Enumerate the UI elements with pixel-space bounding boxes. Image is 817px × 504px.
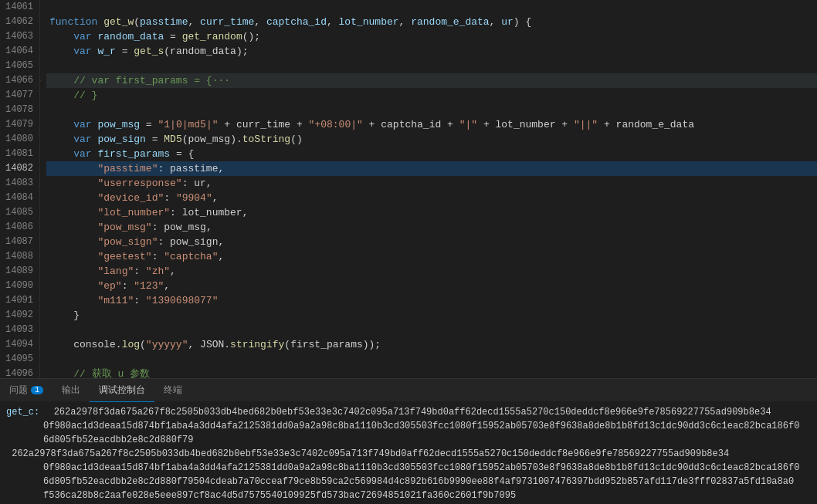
code-line-14081: var first_params = { [46,147,817,161]
code-line-14092: } [46,308,817,323]
line-num-14066: 14066 [3,73,33,88]
console-label-1: get_c: [6,405,45,419]
console-value-2: 262a2978f3da675a267f8c2505b033db4bed682b… [6,447,729,461]
code-line-14061 [46,0,817,15]
code-line-14088: "geetest": "captcha", [46,249,817,264]
line-num-14078: 14078 [3,103,33,117]
line-num-14065: 14065 [3,59,33,73]
line-num-14088: 14088 [3,249,33,264]
line-num-14084: 14084 [3,191,33,205]
tab-output-label: 输出 [62,384,80,397]
code-line-14082: "passtime": passtime, [46,161,817,176]
line-num-14083: 14083 [3,176,33,191]
tab-debug-console[interactable]: 调试控制台 [90,379,154,402]
code-line-14065 [46,59,817,73]
tab-output[interactable]: 输出 [53,379,90,402]
tab-issues[interactable]: 问题 1 [0,379,53,402]
bottom-panel: 问题 1 输出 调试控制台 终端 get_c: 262a2978f3da675a… [0,378,817,504]
console-value-2d: f536ca28b8c2aafe028e5eee897cf8ac4d5d7575… [6,489,516,502]
tab-debug-label: 调试控制台 [99,384,145,397]
line-num-14077: 14077 [3,88,33,103]
line-num-14094: 14094 [3,337,33,352]
console-line-2: 262a2978f3da675a267f8c2505b033db4bed682b… [6,447,811,461]
line-num-14093: 14093 [3,323,33,337]
code-line-14096: // 获取 u 参数 [46,367,817,378]
tab-terminal-label: 终端 [164,384,182,397]
code-line-14095 [46,352,817,367]
line-numbers: 14061 14062 14063 14064 14065 14066 1407… [0,0,40,378]
console-value-1: 262a2978f3da675a267f8c2505b033db4bed682b… [48,405,771,419]
console-value-1c: 6d805fb52eacdbb2e8c2d880f79 [6,433,193,447]
code-line-14087: "pow_sign": pow_sign, [46,235,817,249]
line-num-14089: 14089 [3,264,33,279]
line-num-14085: 14085 [3,205,33,220]
line-num-14082: 14082 [3,161,33,176]
code-line-14077: // } [46,88,817,103]
code-line-14085: "lot_number": lot_number, [46,205,817,220]
code-line-14090: "ep": "123", [46,279,817,293]
line-num-14080: 14080 [3,132,33,147]
console-line-1: get_c: 262a2978f3da675a267f8c2505b033db4… [6,405,811,419]
console-line-2d: f536ca28b8c2aafe028e5eee897cf8ac4d5d7575… [6,489,811,502]
line-num-14090: 14090 [3,279,33,293]
line-num-14086: 14086 [3,220,33,235]
tab-issues-badge: 1 [31,386,43,394]
console-line-1b: 0f980ac1d3deaa15d874bf1aba4a3dd4afa21253… [6,419,811,433]
line-num-14096: 14096 [3,367,33,378]
line-num-14092: 14092 [3,308,33,323]
code-line-14083: "userresponse": ur, [46,176,817,191]
code-line-14084: "device_id": "9904", [46,191,817,205]
editor-area: 14061 14062 14063 14064 14065 14066 1407… [0,0,817,378]
code-line-14062: function get_w(passtime, curr_time, capt… [46,15,817,29]
code-line-14086: "pow_msg": pow_msg, [46,220,817,235]
code-line-14079: var pow_msg = "1|0|md5|" + curr_time + "… [46,117,817,132]
line-num-14064: 14064 [3,44,33,59]
code-line-14091: "m111": "1390698077" [46,293,817,308]
code-area: function get_w(passtime, curr_time, capt… [40,0,817,378]
code-line-14089: "lang": "zh", [46,264,817,279]
console-value-2c: 6d805fb52eacdbb2e8c2d880f79504cdeab7a70c… [6,475,794,489]
code-line-14093 [46,323,817,337]
tab-issues-label: 问题 [9,384,28,397]
code-line-14064: var w_r = get_s(random_data); [46,44,817,59]
console-value-1b: 0f980ac1d3deaa15d874bf1aba4a3dd4afa21253… [6,419,799,433]
line-num-14062: 14062 [3,15,33,29]
code-line-14063: var random_data = get_random(); [46,29,817,44]
panel-tabs: 问题 1 输出 调试控制台 终端 [0,379,817,402]
console-value-2b: 0f980ac1d3deaa15d874bf1aba4a3dd4afa21253… [6,461,799,475]
console-line-1c: 6d805fb52eacdbb2e8c2d880f79 [6,433,811,447]
console-output: get_c: 262a2978f3da675a267f8c2505b033db4… [0,402,817,504]
line-num-14091: 14091 [3,293,33,308]
code-line-14080: var pow_sign = MD5(pow_msg).toString() [46,132,817,147]
line-num-14081: 14081 [3,147,33,161]
console-line-2b: 0f980ac1d3deaa15d874bf1aba4a3dd4afa21253… [6,461,811,475]
code-line-14094: console.log("yyyyy", JSON.stringify(firs… [46,337,817,352]
line-num-14095: 14095 [3,352,33,367]
line-num-14079: 14079 [3,117,33,132]
line-num-14063: 14063 [3,29,33,44]
line-num-14061: 14061 [3,0,33,15]
code-line-14066: ▶ // var first_params = {··· [46,73,817,88]
code-line-14078 [46,103,817,117]
console-line-2c: 6d805fb52eacdbb2e8c2d880f79504cdeab7a70c… [6,475,811,489]
line-num-14087: 14087 [3,235,33,249]
tab-terminal[interactable]: 终端 [154,379,192,402]
